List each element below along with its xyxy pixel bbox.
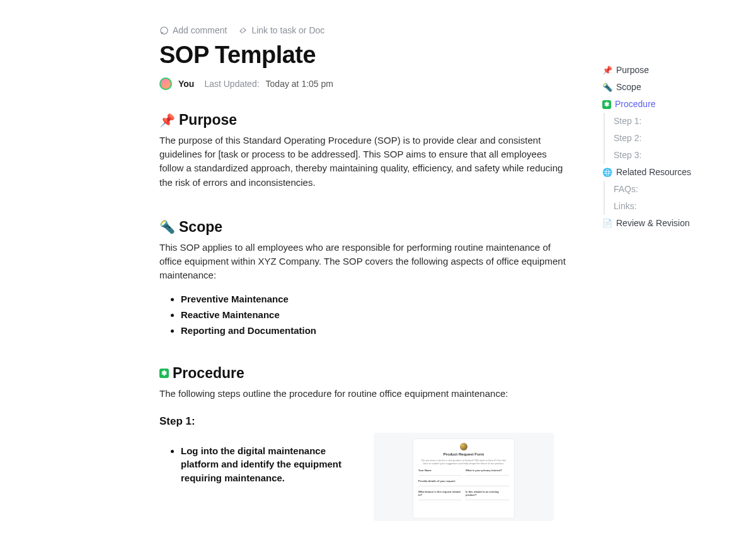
scope-body[interactable]: This SOP applies to all employees who ar… (159, 241, 572, 283)
outline-item-links[interactable]: Links: (604, 198, 728, 215)
comment-icon (159, 26, 169, 35)
step1-row: Log into the digital maintenance platfor… (159, 433, 572, 521)
updated-label: Last Updated: (204, 79, 259, 89)
list-item[interactable]: Reporting and Documentation (181, 325, 572, 336)
list-item[interactable]: Preventive Maintenance (181, 294, 572, 304)
form-field-label: Your Name (418, 469, 462, 472)
procedure-heading-text: Procedure (173, 365, 244, 382)
section-scope: 🔦 Scope This SOP applies to all employee… (159, 219, 572, 336)
outline-item-review[interactable]: 📄 Review & Revision (602, 215, 728, 232)
list-item[interactable]: Log into the digital maintenance platfor… (181, 444, 348, 485)
outline-item-scope[interactable]: 🔦 Scope (602, 79, 728, 96)
form-field-label: What feature is this request related to? (418, 490, 462, 496)
section-purpose: 📌 Purpose The purpose of this Standard O… (159, 112, 572, 190)
step1-list: Log into the digital maintenance platfor… (159, 444, 348, 490)
top-actions-bar: Add comment Link to task or Doc (159, 25, 572, 35)
outline-item-step1[interactable]: Step 1: (604, 113, 728, 130)
page-title[interactable]: SOP Template (159, 42, 572, 69)
meta-row: You Last Updated: Today at 1:05 pm (159, 77, 572, 90)
flashlight-icon: 🔦 (159, 221, 175, 233)
document-icon: 📄 (602, 217, 612, 230)
add-comment-label: Add comment (173, 25, 227, 35)
scope-heading[interactable]: 🔦 Scope (159, 219, 572, 236)
add-comment-button[interactable]: Add comment (159, 25, 227, 35)
globe-icon: 🌐 (602, 166, 612, 179)
list-item[interactable]: Reactive Maintenance (181, 309, 572, 320)
asterisk-icon: ✱ (602, 100, 611, 109)
author-name[interactable]: You (178, 79, 194, 89)
form-title: Product Request Form (444, 452, 484, 456)
asterisk-icon: ✱ (159, 369, 169, 378)
avatar[interactable] (159, 77, 172, 90)
updated-value: Today at 1:05 pm (266, 79, 333, 89)
link-task-button[interactable]: Link to task or Doc (238, 25, 324, 35)
outline-item-step2[interactable]: Step 2: (604, 130, 728, 147)
outline-label: Related Resources (616, 166, 691, 179)
pushpin-icon: 📌 (159, 114, 175, 127)
form-field-label: Is this related to an existing product? (466, 490, 509, 496)
flashlight-icon: 🔦 (602, 81, 612, 94)
outline-label: Procedure (615, 98, 656, 111)
pushpin-icon: 📌 (602, 64, 612, 77)
procedure-intro[interactable]: The following steps outline the procedur… (159, 387, 572, 401)
step1-heading[interactable]: Step 1: (159, 415, 572, 428)
form-avatar-icon (460, 443, 467, 450)
scope-list: Preventive Maintenance Reactive Maintena… (159, 294, 572, 336)
outline-item-procedure[interactable]: ✱ Procedure (602, 96, 728, 113)
purpose-body[interactable]: The purpose of this Standard Operating P… (159, 134, 572, 190)
link-icon (238, 26, 248, 35)
form-field-label: What is your primary interest? (466, 469, 509, 472)
outline-item-faqs[interactable]: FAQs: (604, 181, 728, 198)
outline-item-purpose[interactable]: 📌 Purpose (602, 62, 728, 79)
outline-label: Review & Revision (616, 217, 690, 230)
purpose-heading[interactable]: 📌 Purpose (159, 112, 572, 129)
form-field-label: Provide details of your request (418, 479, 509, 483)
document-body: Add comment Link to task or Doc SOP Temp… (159, 25, 572, 521)
form-desc: Do you have a tip for a new product or f… (418, 459, 509, 465)
scope-heading-text: Scope (179, 219, 222, 236)
outline-item-step3[interactable]: Step 3: (604, 147, 728, 164)
outline-panel: 📌 Purpose 🔦 Scope ✱ Procedure Step 1: St… (602, 62, 728, 232)
outline-label: Scope (616, 81, 641, 94)
form-preview: Product Request Form Do you have a tip f… (413, 439, 514, 518)
section-procedure: ✱ Procedure The following steps outline … (159, 365, 572, 520)
embedded-form-card[interactable]: Product Request Form Do you have a tip f… (374, 433, 554, 521)
link-task-label: Link to task or Doc (251, 25, 324, 35)
purpose-heading-text: Purpose (179, 112, 237, 129)
outline-item-related[interactable]: 🌐 Related Resources (602, 164, 728, 181)
procedure-heading[interactable]: ✱ Procedure (159, 365, 572, 382)
outline-label: Purpose (616, 64, 649, 77)
